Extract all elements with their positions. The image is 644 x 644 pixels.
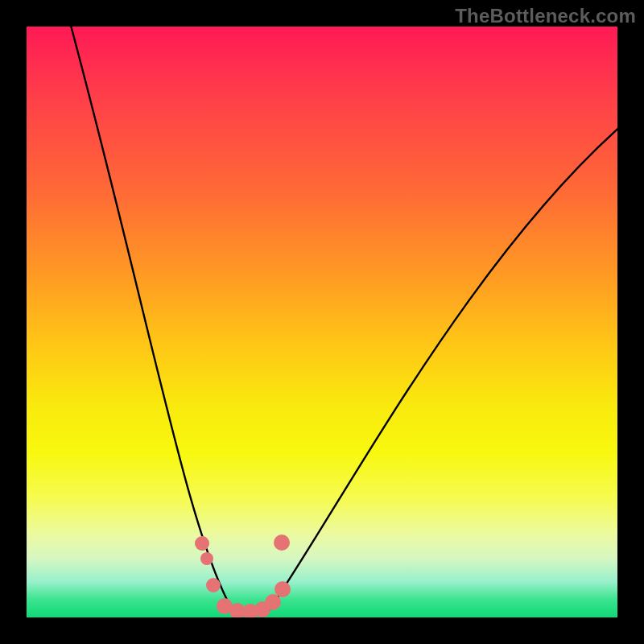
data-marker-7: [265, 594, 281, 610]
data-marker-1: [200, 552, 213, 565]
data-marker-2: [206, 578, 221, 592]
marker-layer: [195, 535, 291, 617]
plot-area: [27, 27, 617, 617]
watermark-text: TheBottleneck.com: [455, 5, 636, 27]
curves-svg: [27, 27, 617, 617]
data-marker-8: [275, 581, 291, 597]
right-curve: [268, 111, 617, 612]
left-curve: [67, 27, 233, 612]
data-marker-9: [274, 535, 290, 551]
data-marker-0: [195, 536, 209, 551]
curve-layer: [67, 27, 617, 612]
chart-frame: TheBottleneck.com: [0, 0, 644, 644]
